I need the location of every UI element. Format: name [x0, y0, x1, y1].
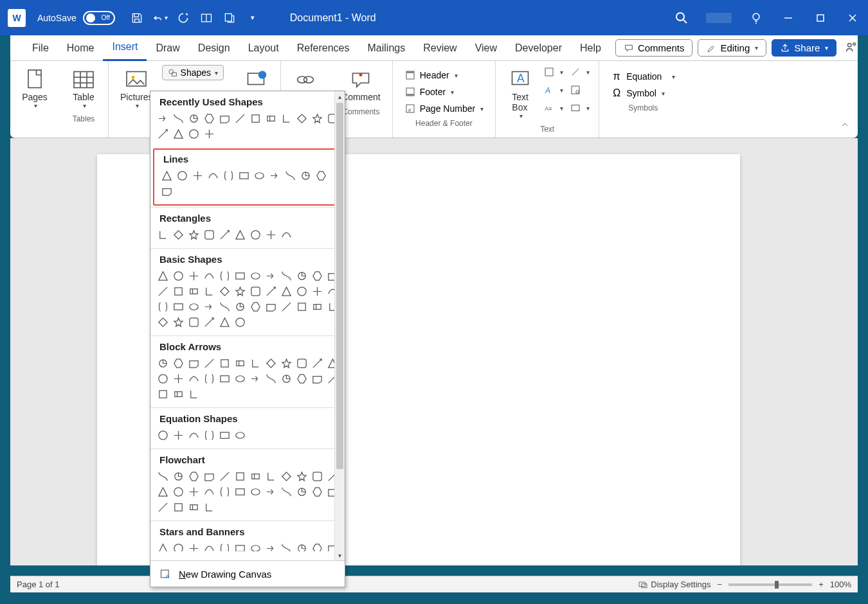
- undo-icon[interactable]: ▾: [152, 10, 168, 26]
- block-arrows-shape-25[interactable]: [171, 387, 185, 401]
- rectangles-shape-3[interactable]: [202, 227, 216, 242]
- block-arrows-shape-26[interactable]: [186, 387, 201, 401]
- flowchart-shape-4[interactable]: [217, 469, 231, 483]
- lines-shape-11[interactable]: [159, 184, 174, 198]
- block-arrows-shape-6[interactable]: [248, 356, 262, 370]
- block-arrows-shape-1[interactable]: [171, 356, 185, 370]
- recent-shape-13[interactable]: [171, 127, 185, 141]
- flowchart-shape-25[interactable]: [171, 500, 185, 514]
- basic-shape-33[interactable]: [294, 299, 309, 314]
- flowchart-shape-12[interactable]: [156, 484, 170, 499]
- block-arrows-shape-16[interactable]: [217, 371, 231, 386]
- rectangles-shape-4[interactable]: [217, 227, 231, 242]
- symbol-button[interactable]: ΩSymbol▾: [607, 85, 679, 101]
- basic-shape-21[interactable]: [294, 284, 309, 298]
- flowchart-shape-2[interactable]: [186, 469, 201, 483]
- close-icon[interactable]: [845, 10, 860, 26]
- tab-file[interactable]: File: [23, 35, 58, 61]
- basic-shape-29[interactable]: [233, 299, 247, 314]
- basic-shape-30[interactable]: [248, 299, 262, 314]
- stars-shape-6[interactable]: [248, 541, 262, 551]
- recent-shape-14[interactable]: [186, 127, 201, 141]
- zoom-out-icon[interactable]: −: [718, 580, 723, 589]
- equation-button[interactable]: πEquation▾: [607, 69, 679, 84]
- recent-shape-1[interactable]: [171, 111, 185, 125]
- basic-shape-34[interactable]: [310, 299, 324, 314]
- stars-shape-9[interactable]: [294, 541, 309, 551]
- lines-shape-4[interactable]: [221, 168, 235, 182]
- recent-shape-6[interactable]: [248, 111, 262, 125]
- recent-shape-4[interactable]: [217, 111, 231, 125]
- block-arrows-shape-19[interactable]: [264, 371, 278, 386]
- customize-qat-icon[interactable]: ▾: [245, 10, 260, 26]
- block-arrows-shape-12[interactable]: [156, 371, 170, 386]
- block-arrows-shape-13[interactable]: [171, 371, 185, 386]
- stars-shape-7[interactable]: [264, 541, 278, 551]
- tab-help[interactable]: Help: [571, 35, 610, 61]
- basic-shape-5[interactable]: [233, 269, 247, 283]
- text-misc-3[interactable]: A▾: [542, 83, 565, 97]
- stars-shape-10[interactable]: [310, 541, 324, 551]
- flowchart-shape-14[interactable]: [186, 484, 201, 499]
- basic-shape-14[interactable]: [186, 284, 201, 298]
- basic-shape-7[interactable]: [264, 269, 278, 283]
- flowchart-shape-6[interactable]: [248, 469, 262, 483]
- basic-shape-32[interactable]: [279, 299, 293, 314]
- stars-shape-2[interactable]: [186, 541, 201, 551]
- basic-shape-9[interactable]: [294, 269, 309, 283]
- basic-shape-19[interactable]: [264, 284, 278, 298]
- block-arrows-shape-7[interactable]: [264, 356, 278, 370]
- tab-mailings[interactable]: Mailings: [359, 35, 415, 61]
- lines-shape-3[interactable]: [206, 168, 220, 182]
- basic-shape-3[interactable]: [202, 269, 216, 283]
- flowchart-shape-26[interactable]: [186, 500, 201, 514]
- scroll-up-icon[interactable]: ▴: [335, 91, 345, 102]
- basic-shape-39[interactable]: [202, 315, 216, 329]
- collapse-ribbon-icon[interactable]: [840, 120, 850, 132]
- block-arrows-shape-18[interactable]: [248, 371, 262, 386]
- stars-shape-8[interactable]: [279, 541, 293, 551]
- basic-shape-24[interactable]: [156, 299, 170, 314]
- block-arrows-shape-17[interactable]: [233, 371, 247, 386]
- basic-shape-22[interactable]: [310, 284, 324, 298]
- basic-shape-2[interactable]: [186, 269, 201, 283]
- rectangles-shape-2[interactable]: [186, 227, 201, 242]
- recent-shape-3[interactable]: [202, 111, 216, 125]
- basic-shape-4[interactable]: [217, 269, 231, 283]
- search-icon[interactable]: [674, 10, 689, 26]
- flowchart-shape-15[interactable]: [202, 484, 216, 499]
- tab-design[interactable]: Design: [189, 35, 239, 61]
- lines-shape-6[interactable]: [252, 168, 266, 182]
- table-button[interactable]: Table▾: [67, 65, 100, 112]
- zoom-slider[interactable]: [728, 583, 812, 586]
- block-arrows-shape-22[interactable]: [310, 371, 324, 386]
- tab-draw[interactable]: Draw: [147, 35, 188, 61]
- basic-shape-17[interactable]: [233, 284, 247, 298]
- tab-home[interactable]: Home: [58, 35, 104, 61]
- block-arrows-shape-3[interactable]: [202, 356, 216, 370]
- block-arrows-shape-15[interactable]: [202, 371, 216, 386]
- flowchart-shape-21[interactable]: [294, 484, 309, 499]
- rectangles-shape-5[interactable]: [233, 227, 247, 242]
- stars-shape-1[interactable]: [171, 541, 185, 551]
- lines-shape-7[interactable]: [267, 168, 282, 182]
- lightbulb-icon[interactable]: [748, 10, 764, 26]
- block-arrows-shape-20[interactable]: [279, 371, 293, 386]
- recent-shape-2[interactable]: [186, 111, 201, 125]
- footer-button[interactable]: Footer▾: [401, 84, 487, 100]
- scroll-down-icon[interactable]: ▾: [335, 550, 345, 560]
- document-canvas[interactable]: [10, 138, 858, 565]
- basic-shape-15[interactable]: [202, 284, 216, 298]
- account-share-icon[interactable]: [844, 40, 858, 57]
- basic-shape-38[interactable]: [186, 315, 201, 329]
- block-arrows-shape-24[interactable]: [156, 387, 170, 401]
- flowchart-shape-24[interactable]: [156, 500, 170, 514]
- recent-shape-10[interactable]: [310, 111, 324, 125]
- equation-shape-0[interactable]: [156, 428, 170, 442]
- flowchart-shape-17[interactable]: [233, 484, 247, 499]
- recent-shape-5[interactable]: [233, 111, 247, 125]
- header-button[interactable]: Header▾: [401, 67, 487, 83]
- share-button[interactable]: Share▾: [772, 39, 836, 57]
- basic-shape-20[interactable]: [279, 284, 293, 298]
- qat-icon-1[interactable]: [199, 10, 214, 26]
